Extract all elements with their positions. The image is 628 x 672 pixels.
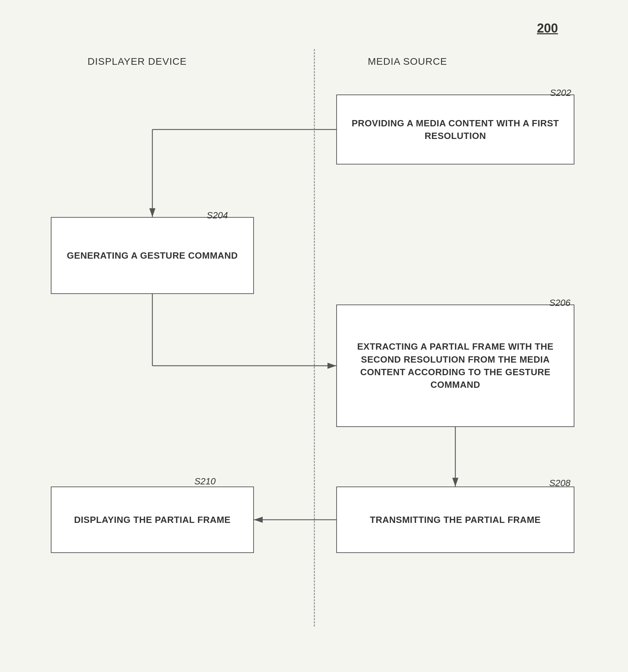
step-s202-text: PROVIDING A MEDIA CONTENT WITH A FIRST R… xyxy=(344,117,567,142)
step-s210-label: S210 xyxy=(194,476,216,487)
step-s204-label: S204 xyxy=(207,210,228,221)
step-s204-box: GENERATING A GESTURE COMMAND xyxy=(51,217,254,294)
step-s208-label: S208 xyxy=(549,478,571,489)
step-s210-box: DISPLAYING THE PARTIAL FRAME xyxy=(51,486,254,553)
step-s208-text: TRANSMITTING THE PARTIAL FRAME xyxy=(370,513,541,526)
diagram-container: 200 DISPLAYER DEVICE MEDIA SOURCE PROVID… xyxy=(0,0,628,672)
step-s204-text: GENERATING A GESTURE COMMAND xyxy=(67,249,238,262)
step-s206-text: EXTRACTING A PARTIAL FRAME WITH THE SECO… xyxy=(344,340,567,391)
step-s202-box: PROVIDING A MEDIA CONTENT WITH A FIRST R… xyxy=(336,94,574,164)
step-s208-box: TRANSMITTING THE PARTIAL FRAME xyxy=(336,486,574,553)
diagram-number: 200 xyxy=(537,21,558,36)
step-s206-label: S206 xyxy=(549,298,571,308)
column-media-label: MEDIA SOURCE xyxy=(368,56,447,67)
column-divider xyxy=(314,49,315,626)
column-displayer-label: DISPLAYER DEVICE xyxy=(88,56,187,67)
step-s206-box: EXTRACTING A PARTIAL FRAME WITH THE SECO… xyxy=(336,304,574,427)
step-s210-text: DISPLAYING THE PARTIAL FRAME xyxy=(74,513,231,526)
step-s202-label: S202 xyxy=(550,88,571,98)
